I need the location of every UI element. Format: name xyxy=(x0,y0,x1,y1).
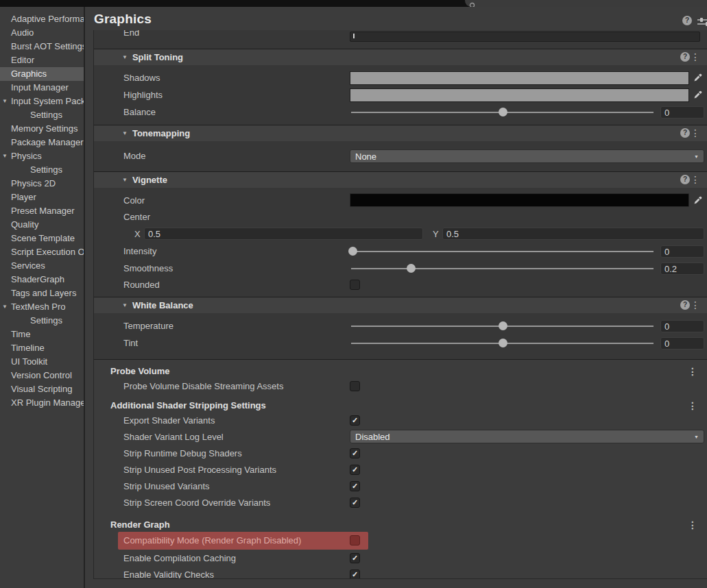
section-header-white-balance[interactable]: ▼ White Balance ? ⋮ xyxy=(94,297,707,313)
kebab-menu-icon[interactable]: ⋮ xyxy=(691,52,700,62)
checkbox[interactable]: ✓ xyxy=(350,498,360,508)
kebab-menu-icon[interactable]: ⋮ xyxy=(691,300,700,310)
help-icon[interactable]: ? xyxy=(680,175,690,184)
section-header-vignette[interactable]: ▼ Vignette ? ⋮ xyxy=(94,171,707,188)
x-value-field[interactable]: 0.5 xyxy=(144,228,423,240)
help-icon[interactable]: ? xyxy=(682,16,692,25)
tint-slider[interactable] xyxy=(350,334,655,352)
slider-track[interactable] xyxy=(351,251,654,252)
sidebar-item-package-manager[interactable]: Package Manager xyxy=(0,136,84,149)
preset-sliders-icon[interactable] xyxy=(697,17,707,29)
help-icon[interactable]: ? xyxy=(680,300,690,310)
field-row-enable-compilation-caching: Enable Compilation Caching ✓ xyxy=(94,550,707,566)
temperature-slider[interactable] xyxy=(350,317,655,334)
sidebar-item-time[interactable]: Time xyxy=(0,328,84,341)
sidebar-item-editor[interactable]: Editor xyxy=(0,53,84,67)
sidebar-item-textmesh-pro-settings[interactable]: Settings xyxy=(0,314,84,328)
search-input[interactable] xyxy=(465,0,707,7)
checkbox[interactable] xyxy=(350,381,360,391)
foldout-icon[interactable]: ▼ xyxy=(122,125,128,141)
sidebar-item-preset-manager[interactable]: Preset Manager xyxy=(0,204,84,218)
foldout-icon[interactable]: ▼ xyxy=(122,297,128,313)
balance-slider[interactable] xyxy=(350,103,655,121)
foldout-icon[interactable]: ▼ xyxy=(2,300,8,314)
foldout-icon[interactable]: ▼ xyxy=(122,49,128,65)
sidebar-item-input-manager[interactable]: Input Manager xyxy=(0,81,84,95)
sidebar-item-services[interactable]: Services xyxy=(0,259,84,273)
foldout-icon[interactable]: ▼ xyxy=(2,95,8,108)
sidebar-item-shadergraph[interactable]: ShaderGraph xyxy=(0,273,84,286)
value-field[interactable]: 0.2 xyxy=(660,262,704,275)
section-header-split-toning[interactable]: ▼ Split Toning ? ⋮ xyxy=(94,49,707,65)
checkbox[interactable]: ✓ xyxy=(350,553,360,563)
sidebar-item-memory-settings[interactable]: Memory Settings xyxy=(0,122,84,136)
color-swatch[interactable] xyxy=(350,88,689,102)
sidebar-item-ui-toolkit[interactable]: UI Toolkit xyxy=(0,355,84,369)
sidebar-item-physics-settings[interactable]: Settings xyxy=(0,163,84,177)
help-icon[interactable]: ? xyxy=(680,128,690,138)
field-row-strip-runtime-debug-shaders: Strip Runtime Debug Shaders ✓ xyxy=(94,445,707,461)
eyedropper-icon[interactable] xyxy=(689,193,707,208)
kebab-menu-icon[interactable]: ⋮ xyxy=(688,520,697,530)
slider-handle[interactable] xyxy=(499,339,507,347)
y-value-field[interactable]: 0.5 xyxy=(442,228,704,240)
group-render-graph: Render Graph⋮ Compatibility Mode (Render… xyxy=(94,519,707,579)
value-field[interactable]: 0 xyxy=(660,245,704,258)
checkbox[interactable]: ✓ xyxy=(350,481,360,491)
sidebar-item-player[interactable]: Player xyxy=(0,191,84,204)
compatibility-mode-checkbox[interactable] xyxy=(350,535,360,546)
value-field[interactable]: 0 xyxy=(660,320,704,332)
group-title-text: Additional Shader Stripping Settings xyxy=(110,400,266,411)
sidebar-item-input-system-package[interactable]: ▼Input System Package xyxy=(0,95,84,108)
help-icon[interactable]: ? xyxy=(680,52,690,62)
kebab-menu-icon[interactable]: ⋮ xyxy=(688,401,697,411)
eyedropper-icon[interactable] xyxy=(689,71,707,85)
foldout-icon[interactable]: ▼ xyxy=(2,149,8,163)
sidebar-item-xr-plugin-management[interactable]: XR Plugin Management xyxy=(0,396,84,410)
slider-handle[interactable] xyxy=(407,264,416,273)
checkbox[interactable]: ✓ xyxy=(350,448,360,458)
sidebar-item-quality[interactable]: Quality xyxy=(0,218,84,232)
checkbox[interactable]: ✓ xyxy=(350,465,360,475)
sidebar-item-input-system-settings[interactable]: Settings xyxy=(0,108,84,122)
sidebar-item-audio[interactable]: Audio xyxy=(0,26,84,40)
field-row-strip-screen-coord-override-variants: Strip Screen Coord Override Variants ✓ xyxy=(94,494,707,511)
end-slider-field[interactable] xyxy=(350,32,700,42)
intensity-slider[interactable] xyxy=(350,243,655,260)
sidebar-item-tags-and-layers[interactable]: Tags and Layers xyxy=(0,286,84,300)
kebab-menu-icon[interactable]: ⋮ xyxy=(688,367,697,376)
field-label: Center xyxy=(94,212,350,222)
slider-handle[interactable] xyxy=(499,321,507,330)
sidebar-item-textmesh-pro[interactable]: ▼TextMesh Pro xyxy=(0,300,84,314)
checkbox[interactable]: ✓ xyxy=(350,415,360,426)
sidebar-item-script-execution-order[interactable]: Script Execution Order xyxy=(0,245,84,259)
sidebar-item-graphics[interactable]: Graphics xyxy=(0,67,84,81)
sidebar-item-physics-2d[interactable]: Physics 2D xyxy=(0,177,84,191)
dropdown-value: None xyxy=(355,151,376,162)
sidebar-item-timeline[interactable]: Timeline xyxy=(0,341,84,355)
kebab-menu-icon[interactable]: ⋮ xyxy=(691,128,700,138)
slider-handle[interactable] xyxy=(348,247,357,256)
sidebar-item-visual-scripting[interactable]: Visual Scripting xyxy=(0,382,84,396)
sidebar-item-physics[interactable]: ▼Physics xyxy=(0,149,84,163)
sidebar-item-adaptive-performance[interactable]: Adaptive Performance xyxy=(0,12,84,26)
shader-variant-log-level-dropdown[interactable]: Disabled▼ xyxy=(350,430,704,443)
section-header-tonemapping[interactable]: ▼ Tonemapping ? ⋮ xyxy=(94,125,707,141)
color-swatch[interactable] xyxy=(350,71,689,85)
sidebar-item-scene-template[interactable]: Scene Template xyxy=(0,232,84,245)
eyedropper-icon[interactable] xyxy=(689,88,707,102)
mode-dropdown[interactable]: None▼ xyxy=(350,149,704,163)
smoothness-slider[interactable] xyxy=(350,260,655,277)
sidebar-item-version-control[interactable]: Version Control xyxy=(0,369,84,382)
field-label: Probe Volume Disable Streaming Assets xyxy=(94,381,350,391)
slider-track[interactable] xyxy=(351,268,654,269)
slider-handle[interactable] xyxy=(499,108,507,117)
checkbox[interactable]: ✓ xyxy=(350,569,360,580)
value-field[interactable]: 0 xyxy=(660,337,704,350)
foldout-icon[interactable]: ▼ xyxy=(122,172,128,188)
color-swatch[interactable] xyxy=(350,193,689,207)
sidebar-item-burst-aot-settings[interactable]: Burst AOT Settings xyxy=(0,40,84,53)
value-field[interactable]: 0 xyxy=(660,106,704,119)
kebab-menu-icon[interactable]: ⋮ xyxy=(691,175,700,184)
rounded-checkbox[interactable] xyxy=(350,280,360,290)
